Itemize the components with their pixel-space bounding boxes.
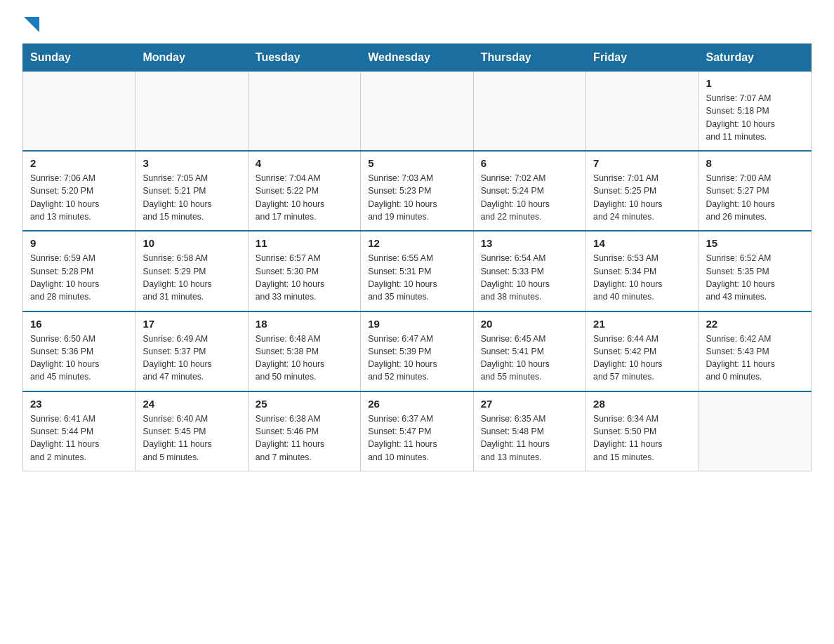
calendar-day-cell: 12Sunrise: 6:55 AM Sunset: 5:31 PM Dayli… — [361, 231, 473, 311]
calendar-day-cell: 14Sunrise: 6:53 AM Sunset: 5:34 PM Dayli… — [586, 231, 699, 311]
weekday-header-friday: Friday — [586, 44, 699, 72]
calendar-day-cell — [23, 72, 135, 152]
day-info: Sunrise: 7:07 AM Sunset: 5:18 PM Dayligh… — [706, 92, 804, 143]
calendar-day-cell: 11Sunrise: 6:57 AM Sunset: 5:30 PM Dayli… — [248, 231, 360, 311]
day-info: Sunrise: 7:02 AM Sunset: 5:24 PM Dayligh… — [481, 172, 578, 223]
calendar-day-cell: 23Sunrise: 6:41 AM Sunset: 5:44 PM Dayli… — [23, 391, 135, 471]
day-number: 17 — [143, 318, 240, 330]
logo — [22, 17, 39, 31]
calendar-day-cell: 6Sunrise: 7:02 AM Sunset: 5:24 PM Daylig… — [473, 151, 585, 231]
weekday-header-tuesday: Tuesday — [248, 44, 360, 72]
day-number: 15 — [706, 237, 804, 249]
day-info: Sunrise: 6:50 AM Sunset: 5:36 PM Dayligh… — [30, 333, 128, 384]
calendar-day-cell: 16Sunrise: 6:50 AM Sunset: 5:36 PM Dayli… — [23, 311, 135, 391]
weekday-header-monday: Monday — [135, 44, 248, 72]
calendar-day-cell — [699, 391, 811, 471]
logo-triangle-icon — [24, 17, 39, 32]
calendar-day-cell: 27Sunrise: 6:35 AM Sunset: 5:48 PM Dayli… — [473, 391, 585, 471]
weekday-header-saturday: Saturday — [699, 44, 811, 72]
day-number: 8 — [706, 157, 804, 169]
day-info: Sunrise: 6:55 AM Sunset: 5:31 PM Dayligh… — [368, 252, 465, 303]
day-number: 23 — [30, 398, 128, 410]
calendar-week-row: 16Sunrise: 6:50 AM Sunset: 5:36 PM Dayli… — [23, 311, 812, 391]
calendar-week-row: 1Sunrise: 7:07 AM Sunset: 5:18 PM Daylig… — [23, 72, 812, 152]
weekday-header-sunday: Sunday — [23, 44, 135, 72]
calendar-day-cell: 10Sunrise: 6:58 AM Sunset: 5:29 PM Dayli… — [135, 231, 248, 311]
day-info: Sunrise: 7:06 AM Sunset: 5:20 PM Dayligh… — [30, 172, 128, 223]
day-info: Sunrise: 7:04 AM Sunset: 5:22 PM Dayligh… — [256, 172, 353, 223]
day-number: 24 — [143, 398, 240, 410]
day-number: 9 — [30, 237, 128, 249]
calendar-day-cell: 19Sunrise: 6:47 AM Sunset: 5:39 PM Dayli… — [361, 311, 473, 391]
day-info: Sunrise: 7:05 AM Sunset: 5:21 PM Dayligh… — [143, 172, 240, 223]
calendar-day-cell: 2Sunrise: 7:06 AM Sunset: 5:20 PM Daylig… — [23, 151, 135, 231]
day-info: Sunrise: 6:52 AM Sunset: 5:35 PM Dayligh… — [706, 252, 804, 303]
calendar-table: SundayMondayTuesdayWednesdayThursdayFrid… — [22, 43, 812, 471]
day-info: Sunrise: 6:53 AM Sunset: 5:34 PM Dayligh… — [593, 252, 691, 303]
day-number: 19 — [368, 318, 465, 330]
calendar-day-cell: 4Sunrise: 7:04 AM Sunset: 5:22 PM Daylig… — [248, 151, 360, 231]
calendar-day-cell — [248, 72, 360, 152]
calendar-day-cell — [586, 72, 699, 152]
day-number: 25 — [256, 398, 353, 410]
calendar-day-cell: 3Sunrise: 7:05 AM Sunset: 5:21 PM Daylig… — [135, 151, 248, 231]
day-info: Sunrise: 6:49 AM Sunset: 5:37 PM Dayligh… — [143, 333, 240, 384]
day-info: Sunrise: 7:00 AM Sunset: 5:27 PM Dayligh… — [706, 172, 804, 223]
calendar-day-cell: 22Sunrise: 6:42 AM Sunset: 5:43 PM Dayli… — [699, 311, 811, 391]
calendar-day-cell: 21Sunrise: 6:44 AM Sunset: 5:42 PM Dayli… — [586, 311, 699, 391]
day-info: Sunrise: 6:38 AM Sunset: 5:46 PM Dayligh… — [256, 412, 353, 464]
day-info: Sunrise: 6:48 AM Sunset: 5:38 PM Dayligh… — [256, 333, 353, 384]
calendar-day-cell: 8Sunrise: 7:00 AM Sunset: 5:27 PM Daylig… — [699, 151, 811, 231]
day-number: 12 — [368, 237, 465, 249]
calendar-day-cell: 26Sunrise: 6:37 AM Sunset: 5:47 PM Dayli… — [361, 391, 473, 471]
day-number: 16 — [30, 318, 128, 330]
calendar-week-row: 2Sunrise: 7:06 AM Sunset: 5:20 PM Daylig… — [23, 151, 812, 231]
calendar-day-cell: 25Sunrise: 6:38 AM Sunset: 5:46 PM Dayli… — [248, 391, 360, 471]
day-number: 2 — [30, 157, 128, 169]
day-info: Sunrise: 6:41 AM Sunset: 5:44 PM Dayligh… — [30, 412, 128, 464]
day-info: Sunrise: 6:57 AM Sunset: 5:30 PM Dayligh… — [256, 252, 353, 303]
calendar-week-row: 9Sunrise: 6:59 AM Sunset: 5:28 PM Daylig… — [23, 231, 812, 311]
day-info: Sunrise: 6:35 AM Sunset: 5:48 PM Dayligh… — [481, 412, 578, 464]
day-number: 6 — [481, 157, 578, 169]
day-info: Sunrise: 7:03 AM Sunset: 5:23 PM Dayligh… — [368, 172, 465, 223]
day-info: Sunrise: 6:44 AM Sunset: 5:42 PM Dayligh… — [593, 333, 691, 384]
day-number: 18 — [256, 318, 353, 330]
day-number: 27 — [481, 398, 578, 410]
calendar-day-cell: 17Sunrise: 6:49 AM Sunset: 5:37 PM Dayli… — [135, 311, 248, 391]
day-info: Sunrise: 6:59 AM Sunset: 5:28 PM Dayligh… — [30, 252, 128, 303]
day-number: 11 — [256, 237, 353, 249]
day-info: Sunrise: 7:01 AM Sunset: 5:25 PM Dayligh… — [593, 172, 691, 223]
day-info: Sunrise: 6:40 AM Sunset: 5:45 PM Dayligh… — [143, 412, 240, 464]
weekday-header-wednesday: Wednesday — [361, 44, 473, 72]
calendar-week-row: 23Sunrise: 6:41 AM Sunset: 5:44 PM Dayli… — [23, 391, 812, 471]
weekday-header-thursday: Thursday — [473, 44, 585, 72]
day-number: 13 — [481, 237, 578, 249]
calendar-day-cell — [361, 72, 473, 152]
calendar-day-cell: 24Sunrise: 6:40 AM Sunset: 5:45 PM Dayli… — [135, 391, 248, 471]
calendar-day-cell: 7Sunrise: 7:01 AM Sunset: 5:25 PM Daylig… — [586, 151, 699, 231]
svg-marker-0 — [24, 17, 39, 32]
day-number: 4 — [256, 157, 353, 169]
calendar-day-cell: 1Sunrise: 7:07 AM Sunset: 5:18 PM Daylig… — [699, 72, 811, 152]
day-info: Sunrise: 6:47 AM Sunset: 5:39 PM Dayligh… — [368, 333, 465, 384]
day-number: 26 — [368, 398, 465, 410]
calendar-day-cell: 9Sunrise: 6:59 AM Sunset: 5:28 PM Daylig… — [23, 231, 135, 311]
day-info: Sunrise: 6:37 AM Sunset: 5:47 PM Dayligh… — [368, 412, 465, 464]
day-number: 10 — [143, 237, 240, 249]
page-header — [22, 17, 812, 31]
day-number: 14 — [593, 237, 691, 249]
day-number: 22 — [706, 318, 804, 330]
calendar-day-cell: 28Sunrise: 6:34 AM Sunset: 5:50 PM Dayli… — [586, 391, 699, 471]
calendar-day-cell: 5Sunrise: 7:03 AM Sunset: 5:23 PM Daylig… — [361, 151, 473, 231]
day-info: Sunrise: 6:42 AM Sunset: 5:43 PM Dayligh… — [706, 333, 804, 384]
day-number: 28 — [593, 398, 691, 410]
day-info: Sunrise: 6:45 AM Sunset: 5:41 PM Dayligh… — [481, 333, 578, 384]
day-number: 7 — [593, 157, 691, 169]
calendar-day-cell: 18Sunrise: 6:48 AM Sunset: 5:38 PM Dayli… — [248, 311, 360, 391]
day-info: Sunrise: 6:58 AM Sunset: 5:29 PM Dayligh… — [143, 252, 240, 303]
calendar-day-cell — [473, 72, 585, 152]
calendar-day-cell: 13Sunrise: 6:54 AM Sunset: 5:33 PM Dayli… — [473, 231, 585, 311]
day-number: 1 — [706, 77, 804, 89]
calendar-day-cell — [135, 72, 248, 152]
